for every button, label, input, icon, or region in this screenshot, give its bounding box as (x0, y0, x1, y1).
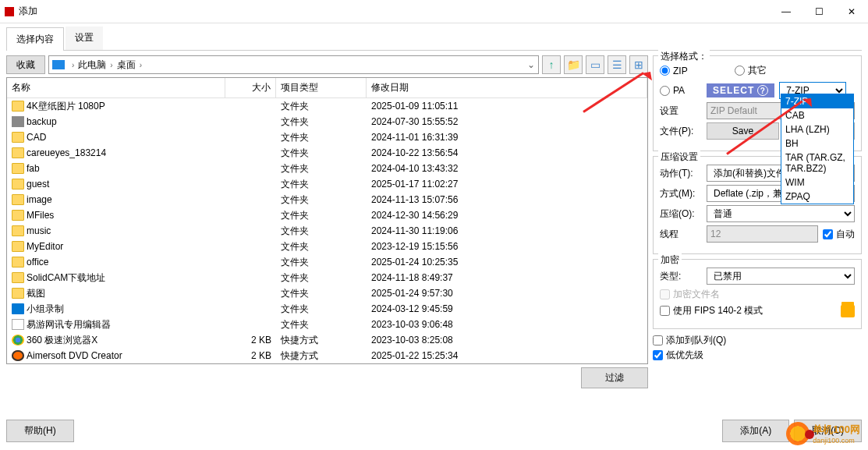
threads-input (707, 225, 818, 243)
close-button[interactable]: ✕ (835, 0, 868, 23)
col-type[interactable]: 项目类型 (276, 78, 367, 97)
app-icon (5, 7, 14, 16)
breadcrumb-root[interactable]: 此电脑 (78, 58, 106, 72)
paper-icon (12, 319, 24, 330)
breadcrumb-folder[interactable]: 桌面 (117, 58, 136, 72)
tab-content[interactable]: 选择内容 (6, 27, 64, 51)
col-date[interactable]: 修改日期 (367, 78, 647, 97)
settings-label: 设置 (660, 105, 702, 118)
format-group-title: 选择格式： (658, 50, 710, 63)
folder-icon (12, 225, 24, 236)
monitor-icon (12, 303, 24, 314)
file-list: 名称 大小 项目类型 修改日期 4K壁纸图片 1080P文件夹2025-01-0… (6, 77, 648, 364)
folder-icon (12, 241, 24, 252)
level-label: 压缩(O): (660, 207, 702, 221)
encrypt-group-title: 加密 (658, 253, 682, 267)
add-queue-checkbox[interactable]: 添加到队列(Q) (653, 334, 862, 347)
main-tabs: 选择内容 设置 (6, 27, 862, 51)
method-label: 方式(M): (660, 187, 702, 200)
radio-pa[interactable]: PA (660, 85, 702, 96)
table-row[interactable]: careueyes_183214文件夹2024-10-22 13:56:54 (7, 145, 647, 161)
table-row[interactable]: MFiles文件夹2024-12-30 14:56:29 (7, 207, 647, 223)
table-row[interactable]: fab文件夹2024-04-10 13:43:32 (7, 161, 647, 176)
radio-zip[interactable]: ZIP (660, 64, 688, 77)
folder-icon (12, 288, 24, 299)
watermark-name: 单机100网 (813, 423, 860, 435)
table-row[interactable]: 截图文件夹2025-01-24 9:57:30 (7, 285, 647, 301)
enc-files-checkbox: 加密文件名 (660, 288, 855, 301)
table-row[interactable]: 易游网讯专用编辑器文件夹2023-10-03 9:06:48 (7, 317, 647, 332)
folder-icon (12, 194, 24, 205)
window-title: 添加 (19, 5, 770, 18)
folder-icon (12, 163, 24, 174)
chevron-right-icon: › (110, 61, 112, 69)
col-name[interactable]: 名称 (7, 78, 225, 97)
watermark-url: danji100.com (813, 437, 860, 445)
format-option[interactable]: TAR (TAR.GZ, TAR.BZ2) (781, 151, 853, 175)
dropdown-icon[interactable]: ⌄ (527, 59, 535, 70)
filter-button[interactable]: 过滤 (581, 367, 648, 388)
level-select[interactable]: 普通 (707, 205, 855, 222)
col-size[interactable]: 大小 (225, 78, 276, 97)
table-row[interactable]: image文件夹2024-11-13 15:07:56 (7, 192, 647, 207)
table-row[interactable]: 4K壁纸图片 1080P文件夹2025-01-09 11:05:11 (7, 98, 647, 114)
add-button[interactable]: 添加(A) (722, 420, 789, 442)
chevron-right-icon: › (72, 61, 74, 69)
watermark: 单机100网 danji100.com (786, 422, 860, 445)
compress-group-title: 压缩设置 (658, 151, 700, 164)
chrome-icon (12, 335, 24, 345)
low-priority-checkbox[interactable]: 低优先级 (653, 349, 862, 362)
action-label: 动作(T): (660, 167, 702, 180)
help-button[interactable]: 帮助(H) (6, 420, 74, 442)
folder-icon (12, 101, 24, 112)
format-option[interactable]: 7-ZIP (781, 94, 853, 108)
lock-icon (841, 305, 855, 317)
table-row[interactable]: office文件夹2025-01-24 10:25:35 (7, 254, 647, 270)
threads-label: 线程 (660, 228, 702, 241)
new-folder-button[interactable]: 📁 (564, 55, 583, 74)
format-dropdown-list: 7-ZIPCABLHA (LZH)BHTAR (TAR.GZ, TAR.BZ2)… (781, 94, 854, 204)
fips-checkbox[interactable]: 使用 FIPS 140-2 模式 (660, 304, 763, 317)
file-list-header: 名称 大小 项目类型 修改日期 (7, 78, 647, 98)
table-row[interactable]: 小组录制文件夹2024-03-12 9:45:59 (7, 301, 647, 317)
table-row[interactable]: Aimersoft DVD Creator2 KB快捷方式2025-01-22 … (7, 348, 647, 363)
enc-type-select[interactable]: 已禁用 (707, 268, 855, 285)
select-badge[interactable]: SELECT? (707, 83, 774, 97)
tab-settings[interactable]: 设置 (66, 27, 103, 50)
format-option[interactable]: ZPAQ (781, 190, 853, 204)
favorite-button[interactable]: 收藏 (6, 55, 45, 74)
table-row[interactable]: guest文件夹2025-01-17 11:02:27 (7, 176, 647, 192)
format-option[interactable]: CAB (781, 108, 853, 122)
table-row[interactable]: MyEditor文件夹2023-12-19 15:15:56 (7, 239, 647, 254)
folder-icon (12, 272, 24, 283)
format-option[interactable]: LHA (LZH) (781, 122, 853, 136)
view-icons-button[interactable]: ⊞ (629, 55, 648, 74)
folder-icon (12, 147, 24, 158)
minimize-button[interactable]: ― (770, 0, 802, 23)
view-details-button[interactable]: ☰ (608, 55, 626, 74)
save-button[interactable]: Save (707, 122, 779, 140)
table-row[interactable]: backup文件夹2024-07-30 15:55:52 (7, 114, 647, 129)
orange-icon (12, 350, 24, 361)
table-row[interactable]: SolidCAM下载地址文件夹2024-11-18 8:49:37 (7, 270, 647, 285)
drive-icon (52, 60, 65, 69)
chevron-right-icon: › (140, 61, 142, 69)
watermark-logo-icon (786, 422, 810, 445)
view-list-button[interactable]: ▭ (586, 55, 604, 74)
breadcrumb[interactable]: › 此电脑 › 桌面 › ⌄ (48, 55, 539, 74)
auto-checkbox[interactable]: 自动 (823, 228, 855, 241)
table-row[interactable]: music文件夹2024-11-30 11:19:06 (7, 223, 647, 239)
up-button[interactable]: ↑ (542, 55, 561, 74)
folder-icon (12, 179, 24, 190)
format-option[interactable]: BH (781, 136, 853, 151)
maximize-button[interactable]: ☐ (802, 0, 835, 23)
printer-icon (12, 116, 24, 127)
table-row[interactable]: 360 极速浏览器X2 KB快捷方式2023-10-03 8:25:08 (7, 332, 647, 348)
folder-icon (12, 132, 24, 143)
folder-icon (12, 257, 24, 268)
folder-icon (12, 210, 24, 221)
format-option[interactable]: WIM (781, 175, 853, 190)
radio-other[interactable]: 其它 (735, 64, 767, 77)
enc-type-label: 类型: (660, 270, 702, 283)
table-row[interactable]: CAD文件夹2024-11-01 16:31:39 (7, 129, 647, 145)
